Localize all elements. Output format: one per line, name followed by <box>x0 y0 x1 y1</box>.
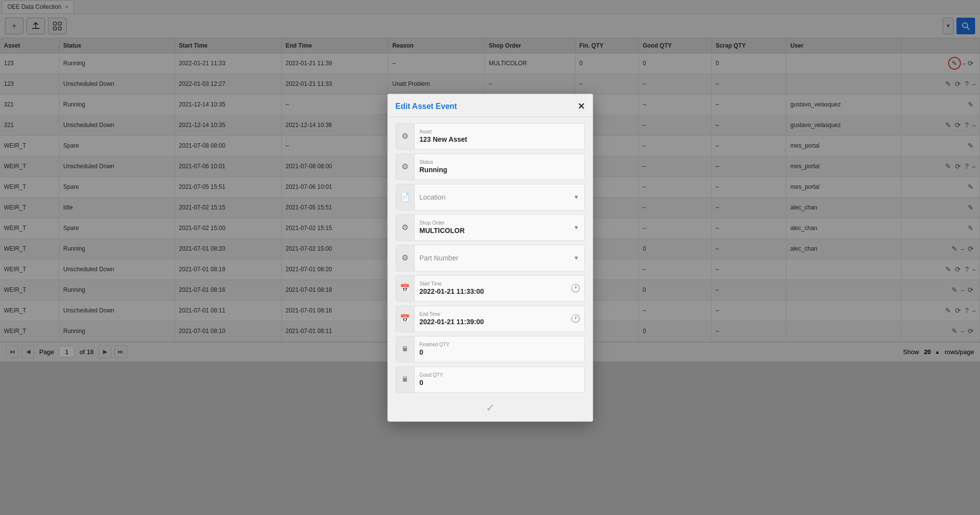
asset-value: 123 New Asset <box>420 135 579 143</box>
shop-order-field[interactable]: ⚙ Shop Order MULTICOLOR ▼ <box>396 214 585 241</box>
start-time-label: Start Time <box>420 281 562 286</box>
status-field: ⚙ Status Running <box>396 154 585 180</box>
modal-title: Edit Asset Event <box>396 102 457 111</box>
finished-qty-value: 0 <box>420 348 579 356</box>
location-dropdown-arrow[interactable]: ▼ <box>569 194 584 201</box>
location-value: Location <box>420 193 564 201</box>
good-qty-value: 0 <box>420 379 579 386</box>
shop-order-dropdown-arrow[interactable]: ▼ <box>569 224 584 231</box>
end-time-value: 2022-01-21 11:39:00 <box>420 318 562 326</box>
edit-asset-event-modal: Edit Asset Event ✕ ⚙ Asset 123 New Asset… <box>387 94 593 422</box>
part-number-field-content: Part Number <box>415 251 569 265</box>
end-time-field-content: End Time 2022-01-21 11:39:00 <box>415 306 567 332</box>
modal-body: ⚙ Asset 123 New Asset ⚙ Status Running 📄 <box>388 117 593 398</box>
shop-order-icon: ⚙ <box>396 215 415 240</box>
status-field-content: Status Running <box>415 154 584 180</box>
modal-footer: ✓ <box>388 398 593 421</box>
status-value: Running <box>420 166 579 174</box>
modal-header: Edit Asset Event ✕ <box>388 94 593 117</box>
good-qty-field-content[interactable]: Good QTY 0 <box>415 367 584 392</box>
part-number-dropdown-arrow[interactable]: ▼ <box>569 255 584 261</box>
end-time-picker-button[interactable]: 🕐 <box>567 306 584 332</box>
finished-qty-field: 🖩 Finished QTY 0 <box>396 336 585 362</box>
good-qty-field: 🖩 Good QTY 0 <box>396 366 585 393</box>
end-time-icon: 📅 <box>396 306 415 332</box>
location-icon: 📄 <box>396 184 415 210</box>
finished-qty-field-content[interactable]: Finished QTY 0 <box>415 336 584 362</box>
good-qty-label: Good QTY <box>420 372 579 378</box>
asset-field-content: Asset 123 New Asset <box>415 124 584 149</box>
start-time-field-content: Start Time 2022-01-21 11:33:00 <box>415 276 567 301</box>
status-label: Status <box>420 159 579 165</box>
finished-qty-icon: 🖩 <box>396 336 415 362</box>
location-field[interactable]: 📄 Location ▼ <box>396 184 585 210</box>
part-number-icon: ⚙ <box>396 245 415 271</box>
start-time-picker-button[interactable]: 🕐 <box>567 276 584 301</box>
asset-icon: ⚙ <box>396 124 415 149</box>
finished-qty-label: Finished QTY <box>420 342 579 347</box>
modal-close-button[interactable]: ✕ <box>578 101 585 112</box>
shop-order-label: Shop Order <box>420 220 564 226</box>
modal-overlay: Edit Asset Event ✕ ⚙ Asset 123 New Asset… <box>0 0 980 515</box>
location-field-content: Location <box>415 190 569 204</box>
start-time-field: 📅 Start Time 2022-01-21 11:33:00 🕐 <box>396 275 585 302</box>
part-number-value: Part Number <box>420 254 564 262</box>
end-time-label: End Time <box>420 311 562 317</box>
shop-order-field-content: Shop Order MULTICOLOR <box>415 217 569 237</box>
part-number-field[interactable]: ⚙ Part Number ▼ <box>396 245 585 271</box>
asset-field: ⚙ Asset 123 New Asset <box>396 123 585 150</box>
status-icon: ⚙ <box>396 154 415 180</box>
asset-label: Asset <box>420 129 579 134</box>
start-time-value: 2022-01-21 11:33:00 <box>420 287 562 295</box>
confirm-button[interactable]: ✓ <box>486 402 495 414</box>
end-time-field: 📅 End Time 2022-01-21 11:39:00 🕐 <box>396 306 585 332</box>
start-time-icon: 📅 <box>396 276 415 301</box>
shop-order-value: MULTICOLOR <box>420 227 564 234</box>
good-qty-icon: 🖩 <box>396 367 415 392</box>
